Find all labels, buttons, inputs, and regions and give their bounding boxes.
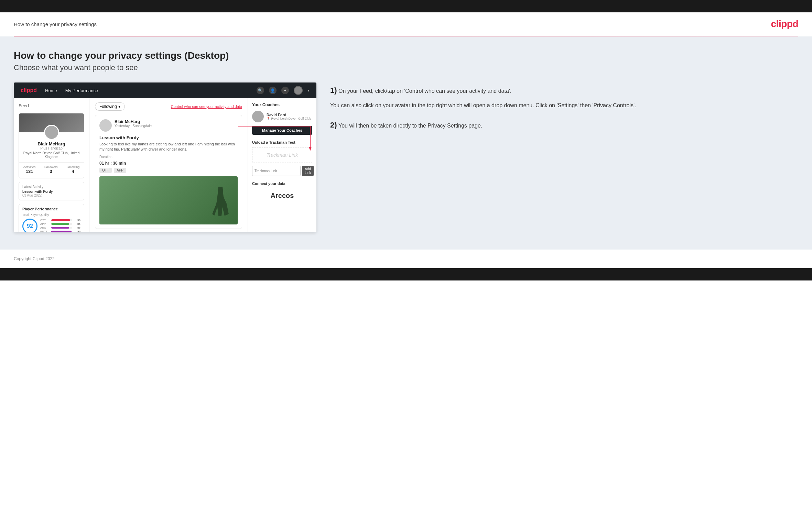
- instruction-1-part1: 1) On your Feed, click/tap on 'Control w…: [330, 86, 798, 96]
- activity-user-info: Blair McHarg Yesterday · Sunningdale: [115, 119, 152, 128]
- app-nav-icons: 🔍 👤 + ▾: [257, 86, 310, 95]
- coach-item: David Ford 📍 Royal North Devon Golf Club: [252, 111, 312, 122]
- connect-title: Connect your data: [252, 181, 312, 186]
- perf-bar-arg-track: [51, 227, 72, 229]
- perf-bar-putt: PUTT 96: [40, 230, 80, 232]
- connect-brand: Arccos: [252, 188, 312, 203]
- stat-followers-value: 3: [44, 169, 58, 174]
- stat-followers: Followers 3: [44, 165, 58, 174]
- perf-bar-app: APP 85: [40, 222, 80, 225]
- profile-club: Royal North Devon Golf Club, United King…: [22, 151, 80, 159]
- stat-activities-value: 131: [23, 169, 36, 174]
- perf-bar-ott-value: 90: [74, 219, 80, 222]
- latest-activity-date: 03 Aug 2022: [22, 194, 80, 197]
- stat-activities: Activities 131: [23, 165, 36, 174]
- connect-section: Connect your data Arccos: [252, 181, 312, 203]
- tag-ott: OTT: [99, 168, 112, 173]
- instruction-2-part1: 2) You will then be taken directly to th…: [330, 121, 798, 130]
- app-nav: clippd Home My Performance 🔍 👤 + ▾: [14, 82, 316, 98]
- perf-bar-putt-fill: [51, 231, 72, 232]
- activity-avatar: [99, 119, 112, 132]
- instruction-2-number: 2): [330, 121, 337, 129]
- app-nav-logo: clippd: [21, 87, 37, 93]
- perf-bar-putt-label: PUTT: [40, 230, 50, 232]
- activity-tags: OTT APP: [99, 168, 238, 173]
- perf-bar-ott-fill: [51, 219, 70, 221]
- nav-item-my-performance[interactable]: My Performance: [65, 88, 98, 93]
- instruction-1-text: On your Feed, click/tap on 'Control who …: [338, 88, 511, 94]
- instruction-1-part2: You can also click on your avatar in the…: [330, 101, 798, 110]
- app-right-panel: Your Coaches David Ford 📍 Royal North De…: [248, 98, 316, 232]
- activity-title: Lesson with Fordy: [99, 135, 238, 140]
- perf-bar-app-fill: [51, 223, 69, 225]
- feed-tab[interactable]: Feed: [19, 103, 84, 108]
- app-feed: Following ▾ Control who can see your act…: [89, 98, 248, 232]
- perf-bar-arg-value: 86: [74, 226, 80, 229]
- page-title: How to change your privacy settings: [14, 21, 97, 27]
- profile-info: Blair McHarg Plus Handicap Royal North D…: [19, 141, 84, 159]
- activity-meta: Yesterday · Sunningdale: [115, 124, 152, 128]
- search-icon[interactable]: 🔍: [257, 87, 264, 94]
- tag-app: APP: [114, 168, 126, 173]
- user-icon[interactable]: 👤: [269, 87, 277, 94]
- user-avatar[interactable]: [294, 86, 303, 95]
- main-subheading: Choose what you want people to see: [14, 63, 798, 72]
- logo: clippd: [771, 19, 798, 30]
- app-body: Feed Blair McHarg Plus Handicap Royal No…: [14, 98, 316, 232]
- activity-card: Blair McHarg Yesterday · Sunningdale Les…: [95, 115, 242, 229]
- main-content: How to change your privacy settings (Des…: [0, 36, 812, 250]
- profile-cover: [19, 113, 84, 132]
- golfer-silhouette: [210, 187, 231, 221]
- perf-bar-app-value: 85: [74, 222, 80, 225]
- activity-duration-label: Duration: [99, 155, 238, 159]
- player-performance: Player Performance Total Player Quality …: [19, 204, 84, 232]
- perf-bar-ott-label: OTT: [40, 219, 50, 222]
- latest-activity-name: Lesson with Fordy: [22, 190, 80, 194]
- top-bar: [0, 0, 812, 12]
- footer-text: Copyright Clippd 2022: [14, 256, 55, 261]
- following-button[interactable]: Following ▾: [95, 102, 125, 111]
- coach-name: David Ford: [267, 113, 311, 117]
- perf-bar-arg-label: ARG: [40, 226, 50, 229]
- feed-header: Following ▾ Control who can see your act…: [95, 102, 242, 111]
- app-sidebar: Feed Blair McHarg Plus Handicap Royal No…: [14, 98, 89, 232]
- bottom-bar: [0, 268, 812, 280]
- add-link-button[interactable]: Add Link: [302, 166, 314, 176]
- location-icon: 📍: [267, 117, 270, 120]
- profile-avatar: [44, 125, 59, 140]
- trackman-input[interactable]: [252, 166, 301, 176]
- stat-followers-label: Followers: [44, 165, 58, 169]
- duration-value: 01 hr : 30 min: [99, 161, 238, 166]
- profile-badge: Plus Handicap: [22, 146, 80, 150]
- profile-name: Blair McHarg: [22, 141, 80, 146]
- perf-bar-app-label: APP: [40, 222, 50, 225]
- red-arrow-origin: [238, 126, 239, 127]
- perf-bar-ott: OTT 90: [40, 219, 80, 222]
- control-privacy-link[interactable]: Control who can see your activity and da…: [171, 104, 242, 109]
- perf-bar-ott-track: [51, 219, 72, 221]
- instructions-panel: 1) On your Feed, click/tap on 'Control w…: [330, 82, 798, 145]
- activity-desc: Looking to feel like my hands are exitin…: [99, 142, 238, 152]
- app-mockup: clippd Home My Performance 🔍 👤 + ▾: [14, 82, 316, 232]
- instruction-1: 1) On your Feed, click/tap on 'Control w…: [330, 86, 798, 110]
- trackman-input-row: Add Link: [252, 166, 312, 176]
- perf-score-circle: 92: [22, 219, 37, 232]
- content-layout: clippd Home My Performance 🔍 👤 + ▾: [14, 82, 798, 232]
- annotation-arrow-svg: [238, 126, 327, 154]
- perf-bar-app-track: [51, 223, 72, 225]
- latest-activity-label: Latest Activity: [22, 185, 80, 189]
- perf-bar-arg: ARG 86: [40, 226, 80, 229]
- coach-club: 📍 Royal North Devon Golf Club: [267, 117, 311, 120]
- perf-bar-putt-value: 96: [74, 230, 80, 232]
- main-heading: How to change your privacy settings (Des…: [14, 50, 798, 61]
- perf-bars: OTT 90 APP: [40, 219, 80, 232]
- nav-item-home[interactable]: Home: [45, 88, 57, 93]
- perf-bar-arg-fill: [51, 227, 69, 229]
- header: How to change your privacy settings clip…: [0, 12, 812, 36]
- latest-activity: Latest Activity Lesson with Fordy 03 Aug…: [19, 182, 84, 200]
- avatar-chevron[interactable]: ▾: [307, 88, 310, 93]
- plus-icon[interactable]: +: [281, 87, 289, 94]
- coach-info: David Ford 📍 Royal North Devon Golf Club: [267, 113, 311, 120]
- activity-user: Blair McHarg Yesterday · Sunningdale: [99, 119, 238, 132]
- footer: Copyright Clippd 2022: [0, 250, 812, 268]
